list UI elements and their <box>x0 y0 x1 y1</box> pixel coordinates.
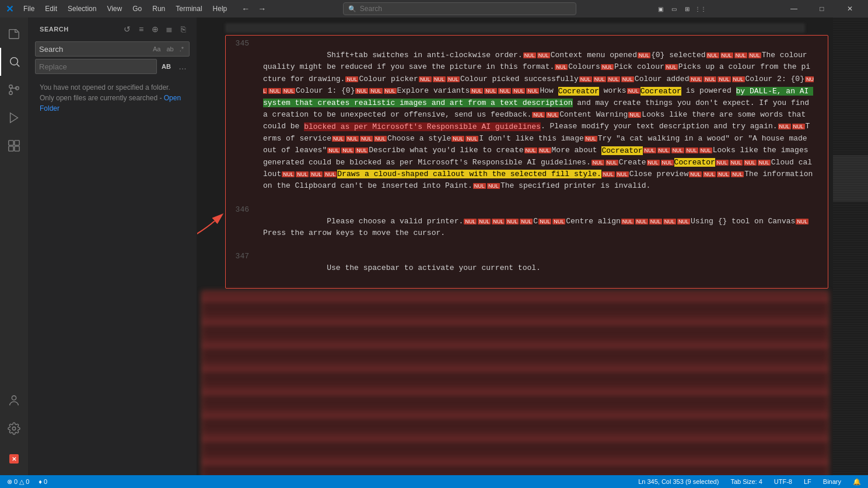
svg-point-12 <box>12 396 16 400</box>
errors-icon: ⊗ <box>7 478 12 486</box>
editor-area: 345 Shift+tab switches in anti-clockwise… <box>197 17 868 475</box>
line-ending[interactable]: LF <box>802 475 814 488</box>
match-whole-word-button[interactable]: ab <box>164 45 175 53</box>
collapse-button[interactable]: ≣ <box>163 23 176 36</box>
errors-count: 0 <box>14 478 18 485</box>
sidebar-actions: ↺ ≡ ⊕ ≣ ⎘ <box>121 23 190 36</box>
no-folder-message: You have not opened or specified a folde… <box>28 78 197 118</box>
file-type[interactable]: Binary <box>821 475 844 488</box>
warnings-icon: △ <box>19 478 24 486</box>
search-panel: Aa ab .* AB … <box>28 38 197 78</box>
xmark-icon: ✕ <box>9 454 19 464</box>
search-icon: 🔍 <box>348 5 356 13</box>
layout-btn-4[interactable]: ⋮⋮ <box>695 0 706 17</box>
window-controls: — □ ✕ <box>780 0 863 17</box>
minimap <box>833 17 868 475</box>
layout-btn-1[interactable]: ▣ <box>654 0 666 17</box>
source-control-icon: ♦ <box>38 478 42 485</box>
nav-buttons: ← → <box>239 2 269 15</box>
svg-rect-10 <box>9 146 13 151</box>
replace-input[interactable] <box>39 62 153 71</box>
errors-warnings[interactable]: ⊗ 0 △ 0 <box>5 475 32 488</box>
sidebar: SEARCH ↺ ≡ ⊕ ≣ ⎘ Aa ab .* <box>28 17 197 475</box>
table-row: 345 Shift+tab switches in anti-clockwise… <box>230 38 823 204</box>
minimap-viewport[interactable] <box>833 155 868 202</box>
maximize-button[interactable]: □ <box>808 0 835 17</box>
statusbar-right: Ln 345, Col 353 (9 selected) Tab Size: 4… <box>636 475 863 488</box>
source-control-count: 0 <box>44 478 47 485</box>
activity-xmark: ✕ <box>0 445 28 473</box>
new-search-button[interactable]: ⊕ <box>149 23 162 36</box>
open-in-editor-button[interactable]: ⎘ <box>177 23 190 36</box>
svg-point-2 <box>9 85 13 89</box>
svg-rect-9 <box>15 141 19 145</box>
match-case-button[interactable]: Aa <box>151 45 162 53</box>
menu-selection[interactable]: Selection <box>63 3 101 14</box>
use-regex-button[interactable]: .* <box>178 45 186 53</box>
refresh-button[interactable]: ↺ <box>121 23 134 36</box>
menu-go[interactable]: Go <box>128 3 146 14</box>
minimap-content <box>833 17 868 475</box>
source-control-status[interactable]: ♦ 0 <box>36 475 50 488</box>
replace-input-box[interactable] <box>35 59 157 74</box>
svg-point-13 <box>12 427 16 430</box>
menu-edit[interactable]: Edit <box>40 3 62 14</box>
clear-results-button[interactable]: ≡ <box>135 23 148 36</box>
menu-terminal[interactable]: Terminal <box>171 3 206 14</box>
blurred-results <box>202 291 828 475</box>
bell-icon: 🔔 <box>853 478 861 486</box>
replace-row: AB … <box>35 59 190 74</box>
close-button[interactable]: ✕ <box>836 0 863 17</box>
replace-btn-ab[interactable]: AB <box>159 59 173 73</box>
nav-back-button[interactable]: ← <box>239 2 253 15</box>
table-row: 347 Use the spacebar to activate your cu… <box>230 251 823 286</box>
menu-bar: File Edit Selection View Go Run Terminal… <box>19 3 232 14</box>
activity-bar: ✕ <box>0 17 28 475</box>
svg-point-0 <box>10 58 18 65</box>
search-input-box[interactable]: Aa ab .* <box>35 41 190 57</box>
statusbar: ⊗ 0 △ 0 ♦ 0 Ln 345, Col 353 (9 selected)… <box>0 475 868 488</box>
activity-account[interactable] <box>0 387 28 415</box>
activity-search[interactable] <box>0 48 28 76</box>
svg-point-3 <box>9 92 13 95</box>
tab-size[interactable]: Tab Size: 4 <box>728 475 764 488</box>
activity-source-control[interactable] <box>0 76 28 104</box>
notifications-bell[interactable]: 🔔 <box>850 475 863 488</box>
sidebar-title: SEARCH <box>40 26 69 33</box>
layout-buttons: ▣ ▭ ⊞ ⋮⋮ <box>654 0 706 17</box>
svg-rect-11 <box>15 146 19 151</box>
titlebar-search-input[interactable] <box>360 5 571 13</box>
search-input[interactable] <box>39 45 149 54</box>
warnings-count: 0 <box>26 478 29 485</box>
editor-main: 345 Shift+tab switches in anti-clockwise… <box>197 17 868 475</box>
cursor-position[interactable]: Ln 345, Col 353 (9 selected) <box>636 475 721 488</box>
more-options-button[interactable]: … <box>176 59 190 73</box>
menu-run[interactable]: Run <box>148 3 170 14</box>
code-content[interactable]: 345 Shift+tab switches in anti-clockwise… <box>197 17 833 475</box>
menu-view[interactable]: View <box>102 3 127 14</box>
table-row: 346 Please choose a valid printer.NULNUL… <box>230 204 823 251</box>
layout-btn-3[interactable]: ⊞ <box>681 0 693 17</box>
svg-marker-7 <box>10 113 18 123</box>
app-icon: ✕ <box>5 4 14 13</box>
activity-settings[interactable] <box>0 415 28 443</box>
result-block: 345 Shift+tab switches in anti-clockwise… <box>225 35 828 289</box>
svg-rect-8 <box>9 141 13 145</box>
layout-btn-2[interactable]: ▭ <box>668 0 680 17</box>
svg-line-1 <box>17 64 19 66</box>
menu-help[interactable]: Help <box>208 3 232 14</box>
titlebar-search-box[interactable]: 🔍 <box>343 2 576 15</box>
statusbar-left: ⊗ 0 △ 0 ♦ 0 <box>5 475 50 488</box>
activity-run-debug[interactable] <box>0 104 28 132</box>
main-layout: ✕ SEARCH ↺ ≡ ⊕ ≣ ⎘ Aa ab .* <box>0 17 868 475</box>
activity-extensions[interactable] <box>0 132 28 160</box>
titlebar: ✕ File Edit Selection View Go Run Termin… <box>0 0 868 17</box>
menu-file[interactable]: File <box>19 3 39 14</box>
search-row: Aa ab .* <box>35 41 190 57</box>
encoding[interactable]: UTF-8 <box>772 475 794 488</box>
sidebar-header: SEARCH ↺ ≡ ⊕ ≣ ⎘ <box>28 17 197 38</box>
nav-forward-button[interactable]: → <box>255 2 269 15</box>
minimize-button[interactable]: — <box>780 0 807 17</box>
activity-explorer[interactable] <box>0 20 28 48</box>
